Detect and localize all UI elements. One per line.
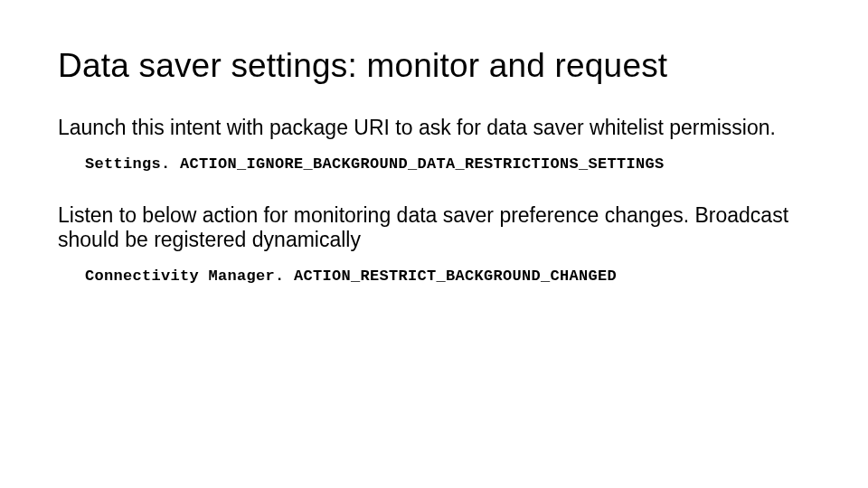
slide-title: Data saver settings: monitor and request <box>58 47 810 85</box>
intro-paragraph-2: Listen to below action for monitoring da… <box>58 203 810 253</box>
intro-paragraph-1: Launch this intent with package URI to a… <box>58 116 810 141</box>
code-snippet-1: Settings. ACTION_IGNORE_BACKGROUND_DATA_… <box>85 155 810 173</box>
code-snippet-2: Connectivity Manager. ACTION_RESTRICT_BA… <box>85 267 810 285</box>
